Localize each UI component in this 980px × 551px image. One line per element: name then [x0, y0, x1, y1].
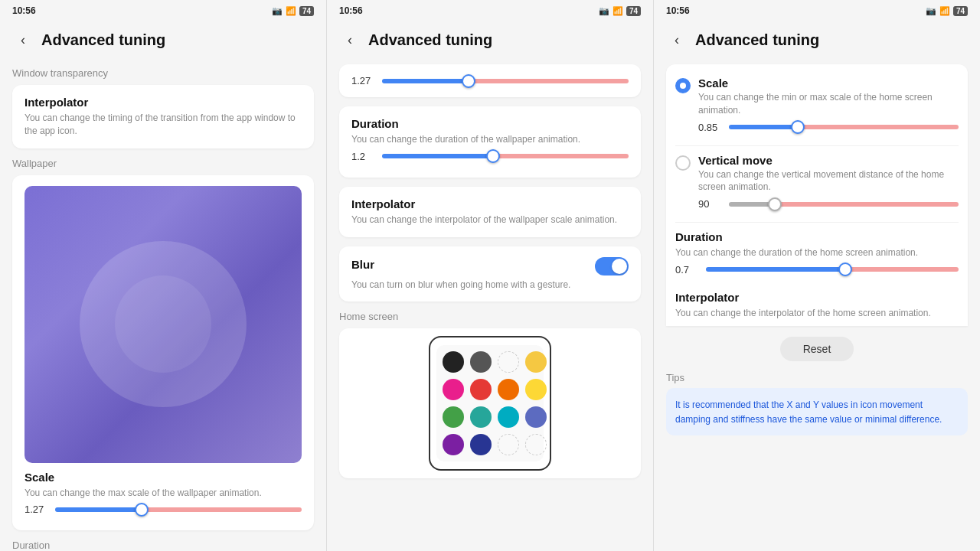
interpolator-card[interactable]: Interpolator You can change the timing o… — [12, 85, 314, 148]
scale-radio-content: Scale You can change the min or max scal… — [698, 77, 959, 138]
duration-thumb-3[interactable] — [838, 262, 852, 276]
wallpaper-inner — [115, 276, 212, 373]
color-grid — [443, 351, 537, 455]
scale-track-bg — [55, 507, 302, 512]
top-thumb[interactable] — [462, 74, 475, 88]
duration-track-3 — [706, 267, 959, 272]
camera-icon: 📷 — [272, 6, 283, 16]
battery-1: 74 — [299, 6, 314, 16]
color-empty-2 — [498, 434, 519, 455]
scale-radio-slider[interactable] — [729, 125, 959, 129]
blur-row: Blur — [351, 257, 629, 276]
home-screen-card — [339, 328, 641, 478]
duration-slider-row[interactable]: 1.2 — [351, 151, 629, 162]
time-1: 10:56 — [12, 5, 36, 16]
interpolator-desc: You can change the timing of the transit… — [24, 112, 302, 138]
scale-radio[interactable] — [675, 78, 691, 93]
back-button-2[interactable]: ‹ — [339, 29, 361, 51]
interpolator-desc-2: You can change the interpolator of the w… — [351, 214, 629, 227]
home-anim-top-card: Scale You can change the min or max scal… — [666, 64, 968, 326]
interpolator-title-3: Interpolator — [675, 291, 959, 304]
tips-label: Tips — [666, 372, 968, 383]
top-slider-row[interactable]: 1.27 — [351, 75, 629, 86]
color-navy — [470, 434, 492, 455]
battery-3: 74 — [953, 6, 968, 16]
duration-desc: You can change the duration of the wallp… — [351, 133, 629, 146]
vertical-radio[interactable] — [675, 155, 691, 171]
duration-val: 1.2 — [351, 151, 374, 162]
top-slider-val: 1.27 — [351, 75, 374, 86]
scale-radio-slider-row[interactable]: 0.85 — [698, 122, 959, 133]
duration-card: Duration You can change the duration of … — [339, 106, 641, 178]
vertical-slider[interactable] — [729, 202, 959, 207]
color-orange — [498, 379, 519, 400]
duration-val-3: 0.7 — [675, 264, 698, 276]
duration-desc-3: You can change the duration of the home … — [675, 246, 959, 259]
section-wallpaper-label: Wallpaper — [12, 158, 314, 169]
camera-icon-3: 📷 — [926, 6, 936, 16]
duration-thumb[interactable] — [486, 149, 500, 163]
wallpaper-preview — [24, 186, 302, 463]
color-red — [470, 379, 492, 400]
section-window-transparency: Window transparency — [12, 67, 314, 79]
phone-screen — [436, 345, 544, 461]
color-pink — [443, 379, 464, 400]
wallpaper-card: Scale You can change the max scale of th… — [12, 175, 314, 531]
content-1: Window transparency Interpolator You can… — [0, 58, 326, 551]
duration-slider-row-3[interactable]: 0.7 — [675, 264, 959, 276]
vertical-thumb[interactable] — [768, 197, 782, 211]
phone-frame — [429, 336, 551, 471]
signal-icon: 📶 — [286, 6, 296, 16]
interpolator-title: Interpolator — [24, 96, 302, 109]
home-screen-label: Home screen — [339, 311, 641, 322]
color-dark-gray — [470, 351, 492, 373]
color-purple — [443, 434, 464, 455]
header-2: ‹ Advanced tuning — [327, 21, 653, 58]
tips-text: It is recommended that the X and Y value… — [675, 399, 942, 425]
vertical-radio-desc: You can change the vertical movement dis… — [698, 168, 959, 194]
scale-radio-row[interactable]: Scale You can change the min or max scal… — [675, 69, 959, 146]
back-button-3[interactable]: ‹ — [666, 29, 688, 51]
scale-desc: You can change the max scale of the wall… — [24, 487, 302, 500]
vertical-slider-row[interactable]: 90 — [698, 198, 959, 210]
duration-slider[interactable] — [382, 154, 629, 158]
top-track-bg — [382, 79, 629, 83]
reset-button[interactable]: Reset — [780, 337, 854, 361]
color-yellow-light — [525, 351, 547, 373]
header-3: ‹ Advanced tuning — [654, 21, 980, 58]
scale-slider[interactable] — [55, 507, 302, 512]
reset-section: Reset — [666, 337, 968, 361]
color-black — [443, 351, 464, 373]
duration-section: Duration You can change the duration of … — [675, 223, 959, 283]
page-title-1: Advanced tuning — [41, 31, 165, 49]
panel-2: 10:56 📷 📶 74 ‹ Advanced tuning 1.27 Dura… — [327, 0, 654, 551]
header-1: ‹ Advanced tuning — [0, 21, 326, 58]
content-2: 1.27 Duration You can change the duratio… — [327, 58, 653, 551]
blur-toggle[interactable] — [595, 257, 629, 276]
interpolator-title-2: Interpolator — [351, 197, 629, 210]
vertical-radio-row[interactable]: Vertical move You can change the vertica… — [675, 146, 959, 223]
signal-icon-2: 📶 — [612, 6, 623, 16]
panel-3: 10:56 📷 📶 74 ‹ Advanced tuning Scale You… — [654, 0, 980, 551]
vertical-val: 90 — [698, 198, 721, 210]
back-button-1[interactable]: ‹ — [12, 29, 34, 51]
vertical-radio-title: Vertical move — [698, 154, 959, 167]
duration-title-3: Duration — [675, 230, 959, 243]
status-bar-3: 10:56 📷 📶 74 — [654, 0, 980, 21]
status-icons-1: 📷 📶 74 — [272, 6, 314, 16]
scale-thumb[interactable] — [135, 503, 149, 517]
top-slider-card: 1.27 — [339, 64, 641, 97]
color-empty-3 — [525, 434, 547, 455]
page-title-2: Advanced tuning — [368, 31, 492, 49]
time-2: 10:56 — [339, 5, 363, 16]
vertical-radio-content: Vertical move You can change the vertica… — [698, 154, 959, 215]
blur-title: Blur — [351, 258, 374, 271]
scale-radio-thumb[interactable] — [791, 120, 805, 134]
duration-slider-3[interactable] — [706, 267, 959, 272]
color-indigo — [525, 406, 547, 428]
top-slider[interactable] — [382, 79, 629, 83]
color-empty-1 — [498, 351, 519, 373]
scale-slider-row[interactable]: 1.27 — [24, 504, 302, 515]
section-duration: Duration — [12, 540, 314, 551]
scale-value: 1.27 — [24, 504, 47, 515]
